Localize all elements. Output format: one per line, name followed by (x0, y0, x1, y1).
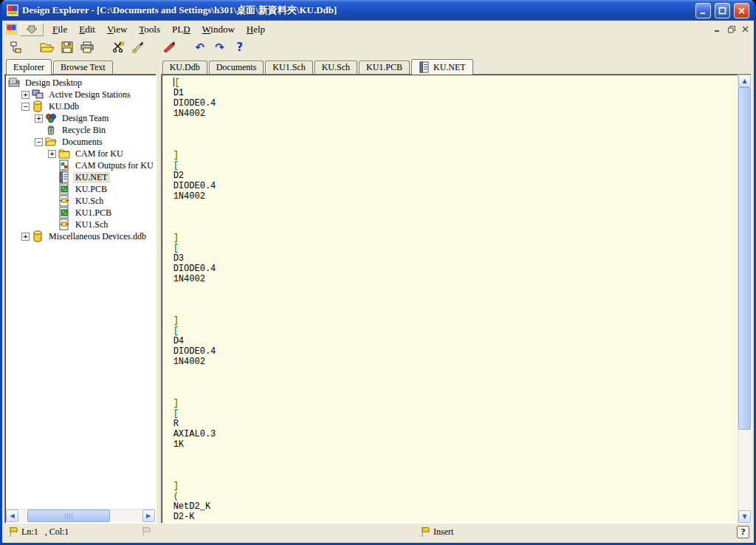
design-tree-box: Design Desktop+Active Design Stations−KU… (4, 74, 157, 524)
scroll-down-button[interactable]: ▼ (738, 510, 751, 523)
netdoc-icon (58, 171, 70, 183)
tree-item-ku-ddb[interactable]: −KU.Ddb (5, 100, 156, 112)
tree-item-design-desktop[interactable]: Design Desktop (5, 77, 156, 89)
mdi-restore-button[interactable] (725, 24, 738, 35)
tree-item-design-team[interactable]: +Design Team (5, 112, 156, 124)
tree-item-cam-outputs-for-ku[interactable]: CAM Outputs for KU (5, 160, 156, 171)
scrollbar-track[interactable] (738, 87, 751, 510)
tree-item-label: Design Team (60, 113, 111, 124)
minimize-button[interactable] (695, 3, 711, 18)
help-button[interactable]: ? (230, 39, 249, 56)
editor-line: R (173, 419, 738, 429)
tree-item-ku1-pcb[interactable]: KU1.PCB (5, 207, 156, 219)
doc-tab-documents[interactable]: Documents (209, 61, 264, 74)
doc-tab-ku1-sch[interactable]: KU1.Sch (265, 61, 312, 74)
tree-item-ku-net[interactable]: KU.NET (5, 171, 156, 183)
redo-button[interactable]: ↷ (210, 39, 229, 56)
collapse-icon[interactable]: − (21, 103, 30, 111)
tree-item-ku-sch[interactable]: KU.Sch (5, 195, 156, 207)
tree-item-label: KU1.PCB (73, 208, 114, 219)
title-bar[interactable]: Design Explorer - [C:\Documents and Sett… (2, 0, 754, 21)
tree-item-documents[interactable]: −Documents (5, 136, 156, 148)
tree-item-active-design-stations[interactable]: +Active Design Stations (5, 89, 156, 100)
mdi-minimize-button[interactable] (711, 24, 724, 35)
undo-button[interactable]: ↶ (190, 39, 209, 56)
scrollbar-track[interactable] (18, 510, 142, 522)
menu-items: FileEditViewToolsPLDWindowHelp (47, 22, 271, 37)
context-help-button[interactable]: ? (737, 526, 749, 538)
tree-item-ku-pcb[interactable]: KU.PCB (5, 183, 156, 195)
expand-icon[interactable]: + (21, 91, 30, 99)
scroll-up-button[interactable]: ▲ (738, 75, 751, 87)
expand-icon[interactable]: + (35, 114, 43, 123)
mdi-close-button[interactable] (739, 24, 752, 35)
menu-pld[interactable]: PLD (166, 22, 196, 37)
team-icon (45, 112, 57, 124)
scroll-left-button[interactable]: ◀ (6, 510, 18, 522)
arrow-down-icon (26, 25, 38, 34)
menu-tools[interactable]: Tools (133, 22, 166, 37)
editor-line (173, 388, 738, 398)
editor-line: ] (173, 150, 738, 160)
editor-line: 1N4002 (173, 109, 738, 119)
main-toolbar: ↶↷? (2, 38, 754, 57)
netlist-editor[interactable]: [D1DIODE0.41N4002][D2DIODE0.41N4002][D3D… (162, 75, 738, 523)
tab-explorer[interactable]: Explorer (6, 59, 52, 75)
menu-file[interactable]: File (47, 22, 73, 37)
doc-tab-ku1-pcb[interactable]: KU1.PCB (359, 61, 410, 74)
menu-edit[interactable]: Edit (73, 22, 101, 37)
tab-browse-text[interactable]: Browse Text (53, 61, 113, 74)
scrollbar-thumb[interactable] (738, 87, 751, 430)
editor-line: D2 (173, 171, 738, 181)
cut-button[interactable] (109, 39, 127, 56)
editor-line: D3 (173, 253, 738, 264)
doc-tab-ku-ddb[interactable]: KU.Ddb (162, 61, 207, 74)
collapse-icon[interactable]: − (35, 138, 43, 146)
schdoc-icon (58, 195, 70, 207)
close-button[interactable] (734, 3, 749, 18)
tab-label: KU.Ddb (170, 62, 200, 73)
editor-vertical-scrollbar[interactable]: ▲ ▼ (738, 75, 751, 523)
tree-item-label: KU1.Sch (73, 219, 110, 230)
scrollbar-thumb[interactable] (27, 510, 110, 522)
knife-tool-button[interactable] (128, 39, 147, 56)
scissors-icon (112, 41, 124, 53)
database-icon (32, 230, 44, 242)
tree-item-miscellaneous-devices-ddb[interactable]: +Miscellaneous Devices.ddb (5, 230, 156, 242)
menu-window[interactable]: Window (196, 22, 241, 37)
doc-tab-ku-net[interactable]: KU.NET (411, 59, 473, 75)
tree-item-cam-for-ku[interactable]: +CAM for KU (5, 148, 156, 160)
editor-line: 1N4002 (173, 191, 738, 202)
scroll-right-button[interactable]: ▶ (142, 510, 155, 522)
explorer-tabstrip: ExplorerBrowse Text (4, 58, 157, 74)
tree-item-ku1-sch[interactable]: KU1.Sch (5, 219, 156, 230)
tab-label: KU.Sch (322, 62, 350, 73)
print-button[interactable] (78, 39, 96, 56)
tree-horizontal-scrollbar[interactable]: ◀ ▶ (6, 509, 155, 522)
tab-label: KU1.PCB (366, 62, 402, 73)
app-logo-icon (7, 4, 18, 16)
design-explorer-window: Design Explorer - [C:\Documents and Sett… (0, 0, 756, 545)
design-tree[interactable]: Design Desktop+Active Design Stations−KU… (5, 75, 156, 509)
menu-help[interactable]: Help (241, 22, 271, 37)
maximize-button[interactable] (715, 3, 730, 18)
redo-icon: ↷ (215, 42, 224, 53)
editor-line (173, 470, 738, 481)
editor-line: DIODE0.4 (173, 181, 738, 191)
client-area: ExplorerBrowse Text Design Desktop+Activ… (2, 57, 754, 524)
expand-icon[interactable]: + (48, 150, 56, 158)
save-button[interactable] (58, 39, 76, 56)
red-knife-tool-button[interactable] (159, 39, 178, 56)
menu-arrow-button[interactable] (20, 23, 44, 36)
folder-icon (58, 148, 70, 160)
flag-icon (8, 527, 18, 538)
doc-tab-ku-sch[interactable]: KU.Sch (315, 61, 357, 74)
menu-bar: FileEditViewToolsPLDWindowHelp (2, 21, 754, 38)
design-manager-toggle-button[interactable] (7, 39, 25, 56)
tree-item-recycle-bin[interactable]: Recycle Bin (5, 124, 156, 136)
editor-line: ] (173, 233, 738, 243)
expand-icon[interactable]: + (21, 233, 30, 241)
tab-label: Explorer (13, 62, 44, 73)
open-document-button[interactable] (38, 39, 56, 56)
menu-view[interactable]: View (101, 22, 133, 37)
